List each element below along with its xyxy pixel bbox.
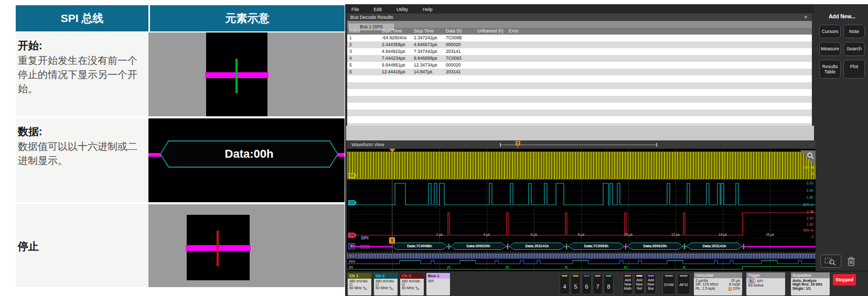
col-index: Index (347, 28, 380, 35)
table-row[interactable]: 612.44416µs14.847µs203141 (347, 69, 812, 75)
spi-data-packet: Data:000020h (627, 243, 683, 250)
stop-title: 停止 (18, 239, 39, 254)
search-button[interactable]: Search (843, 42, 865, 56)
afg-button[interactable]: AFG (677, 273, 690, 294)
h-scale: 2 µs/div (695, 279, 708, 282)
stopped-status-button[interactable]: Stopped (833, 274, 856, 286)
cell: 203141 (444, 69, 475, 75)
bus-stop-start-tick (566, 244, 567, 249)
ch5-color-stripe (573, 275, 578, 277)
table-row[interactable]: 47.444234µs9.846898µs7C0093 (347, 55, 812, 62)
results-tab-strip: Bus 1 (SPI) (347, 21, 812, 28)
channel-6-button[interactable]: 6 (582, 273, 592, 294)
ch8-color-stripe (606, 275, 612, 277)
time-label: 8 µs (578, 233, 584, 236)
menu-edit[interactable]: Edit (368, 7, 391, 12)
time-label: 16 µs (766, 233, 774, 236)
acquisition-panel[interactable]: Acquisition Auto, Analyze High Res: 16 b… (791, 272, 830, 295)
cell (475, 69, 507, 75)
note-button[interactable]: Note (843, 25, 865, 38)
ch1-settings-card[interactable]: Ch 1 460 mV/div 50 MHz (348, 273, 371, 295)
cell: 7C0093 (444, 55, 475, 62)
results-title-bar[interactable]: Bus Decode Results ✕ (347, 14, 812, 21)
cell: 7C009B (444, 35, 475, 41)
spi-data-packet: Data:203141h (686, 243, 743, 250)
add-new-heading: Add New... (816, 14, 868, 19)
table-row[interactable]: 22.444358µs4.846572µs000020 (347, 41, 812, 48)
zoom-select-button[interactable] (820, 255, 841, 268)
bus1-type: SPI (426, 279, 450, 283)
cell: 9.846898µs (412, 55, 444, 62)
add-new-math-button[interactable]: Add New Math (623, 273, 633, 294)
zoom-select-icon (824, 257, 837, 266)
trigger-position-line (392, 149, 392, 251)
table-row[interactable]: 1-54.82604ns2.347242µs7C009B (347, 35, 812, 41)
table-row: 停止 (16, 204, 345, 287)
packet-label: Data:203141h (509, 243, 565, 249)
table-header-row: SPI 总线 元素示意 (16, 5, 345, 31)
table-row[interactable]: 59.944861µs12.34734µs000020 (347, 62, 812, 69)
pan-zoom-ruler[interactable]: T (500, 140, 657, 149)
ss-digital-waveform (347, 266, 816, 270)
start-marker (235, 59, 238, 93)
bus1-settings-card[interactable]: Bus 1 SPI (426, 273, 450, 295)
h-sample-rate: SR: 125 MS/s (695, 282, 718, 286)
cell: -54.82604ns (380, 35, 412, 41)
bandwidth-icon (415, 287, 420, 290)
trigger-position-icon[interactable] (389, 149, 395, 152)
measure-button[interactable]: Measure (819, 42, 841, 56)
dvm-button[interactable]: DVM (662, 273, 676, 294)
waveform-plot-area: C1 C2 C3 B1 SPI Data:7C009Bh Data:000020… (347, 149, 816, 271)
close-icon[interactable]: ✕ (803, 14, 808, 21)
col-stop-time: Stop Time (412, 28, 444, 35)
time-label: 14 µs (719, 233, 727, 236)
trigger-source-badge: B1 (748, 279, 755, 283)
channel-8-button[interactable]: 8 (604, 273, 614, 294)
menu-bar: File Edit Utility Help (345, 5, 814, 13)
table-row: 开始: 重复开始发生在没有前一个停止的情况下显示另一个开始。 (16, 32, 345, 116)
add-new-bus-button[interactable]: Add New Bus (646, 273, 656, 294)
h-record-length: RL: 2.5 kpts (695, 287, 715, 291)
cell (475, 41, 507, 48)
cell: 12.34734µs (412, 62, 444, 69)
packet-label: Data:000020h (451, 243, 506, 249)
ch2-settings-card[interactable]: Ch 2 460 mV/div 50 MHz (374, 273, 398, 295)
plot-button[interactable]: Plot (843, 60, 865, 79)
waveform-title-bar[interactable]: Waveform View T (347, 140, 816, 149)
horizontal-panel[interactable]: Horizontal 2 µs/div20 µs SR: 125 MS/s8 n… (694, 272, 742, 295)
trash-icon[interactable] (846, 256, 856, 267)
channel-4-button[interactable]: 4 (560, 273, 570, 294)
channel-7-button[interactable]: 7 (593, 273, 603, 294)
ch3-settings-card[interactable]: Ch 3 460 mV/div 50 MHz (400, 273, 424, 295)
waveform-title: Waveform View (351, 142, 384, 147)
cell: 4.944922µs (380, 48, 412, 55)
bus-stop-start-tick (743, 244, 744, 249)
results-title: Bus Decode Results (350, 15, 393, 20)
results-table-button[interactable]: Results Table (819, 60, 841, 79)
cell: 7.444234µs (380, 55, 412, 62)
sda-digital-waveform (347, 259, 816, 265)
spi-data-packet: Data:203141h (509, 243, 565, 250)
start-title: 开始: (18, 39, 143, 53)
menu-help[interactable]: Help (416, 7, 441, 12)
ruler-trigger-marker[interactable]: T (516, 141, 520, 146)
data-packet-shape: Data:00h (160, 140, 338, 168)
add-new-ref-button[interactable]: Add New Ref (634, 273, 645, 294)
header-spi-bus: SPI 总线 (16, 5, 148, 31)
start-description: 开始: 重复开始发生在没有前一个停止的情况下显示另一个开始。 (16, 32, 148, 116)
table-row[interactable]: 34.944922µs7.347442µs203141 (347, 48, 812, 55)
digital-separator (347, 252, 816, 253)
menu-utility[interactable]: Utility (390, 7, 416, 12)
cell (475, 62, 507, 69)
ruler-right-bracket (656, 143, 657, 147)
trigger-panel[interactable]: Trigger B1SPI SS Active (746, 272, 785, 295)
bus-stop-start-tick (684, 244, 685, 249)
trigger-flag[interactable]: T (389, 237, 395, 244)
time-label: 6 µs (531, 233, 537, 236)
cell (475, 48, 507, 55)
data-bus-line-right (337, 153, 345, 157)
bus-stop-start-tick (448, 244, 449, 249)
cursors-button[interactable]: Cursors (819, 25, 841, 38)
menu-file[interactable]: File (345, 7, 368, 12)
channel-5-button[interactable]: 5 (571, 273, 581, 294)
